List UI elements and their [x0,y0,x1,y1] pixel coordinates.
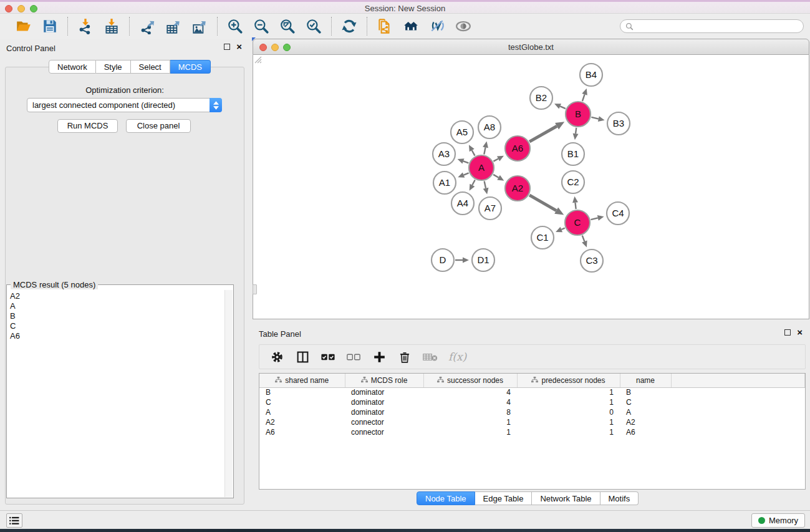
graph-edge[interactable] [576,128,576,133]
network-graph[interactable]: B4B2BB3A8A5A6A3B1AA1C2A2A4A7C4CC1C3DD1 [253,55,809,318]
open-file-icon [16,18,32,34]
network-window-title: testGlobe.txt [253,42,809,52]
float-panel-icon[interactable] [224,44,230,50]
export-network-button[interactable] [138,17,156,35]
zoom-fit-button[interactable] [279,17,296,35]
result-item[interactable]: B [9,311,223,321]
graph-edge-arrow [572,196,578,203]
graph-node-label: A6 [512,143,523,153]
splitter-grip[interactable] [253,284,257,294]
tab-network[interactable]: Network [49,60,96,74]
deselect-all-button[interactable] [346,349,361,364]
float-table-panel-icon[interactable] [784,329,791,336]
delete-icon [398,351,411,364]
graph-edge[interactable] [529,126,557,142]
network-window-titlebar[interactable]: testGlobe.txt [253,39,809,55]
show-columns-button[interactable] [295,349,310,364]
graph-edge[interactable] [485,181,486,188]
result-item[interactable]: C [9,321,223,331]
graph-edge[interactable] [591,218,597,220]
graph-edge[interactable] [472,150,475,156]
result-scrollbar[interactable] [224,290,233,497]
tab-motifs[interactable]: Motifs [600,491,639,505]
column-header-shared-name[interactable]: shared name [259,374,345,387]
result-item[interactable]: A2 [9,291,223,301]
delete-table-icon [423,352,438,362]
delete-button[interactable] [397,349,412,364]
graph-edge[interactable] [561,228,564,230]
graph-edge[interactable] [493,175,498,178]
hide-graphics-details-button[interactable] [428,17,446,35]
graph-edge[interactable] [484,147,485,154]
new-network-from-selection-button[interactable] [376,17,393,35]
graph-edge[interactable] [560,106,566,109]
home-icon [403,18,419,34]
table-tabs: Node TableEdge TableNetwork TableMotifs [417,491,639,505]
show-task-history-button[interactable] [6,513,22,528]
graph-edge[interactable] [464,173,469,175]
table-panel: Table Panel × [253,324,810,510]
control-panel: Control Panel × NetworkStyleSelectMCDS O… [0,39,249,510]
column-header-MCDS-role[interactable]: MCDS role [345,374,423,387]
graph-edge[interactable] [576,203,576,209]
memory-button[interactable]: Memory [751,513,805,528]
open-file-button[interactable] [15,17,32,35]
mcds-result-list[interactable]: A2ABCA6 [9,291,223,496]
table-row[interactable]: Cdominator41C [259,397,805,407]
tab-mcds[interactable]: MCDS [170,60,211,74]
graph-edge[interactable] [582,94,585,101]
column-header-successor-nodes[interactable]: successor nodes [423,374,517,387]
table-row[interactable]: A2connector11A2 [259,417,805,427]
run-mcds-button[interactable]: Run MCDS [57,119,118,133]
graph-edge-arrow [458,158,465,163]
import-table-button[interactable] [103,17,120,35]
export-network-icon [139,18,155,34]
save-session-button[interactable] [41,17,59,35]
tab-node-table[interactable]: Node Table [417,491,475,505]
graph-edge[interactable] [493,158,498,161]
graph-node-label: A2 [512,183,523,193]
eye-button[interactable] [455,17,472,35]
search-field[interactable] [620,19,804,33]
tab-style[interactable]: Style [96,60,131,74]
network-canvas[interactable]: B4B2BB3A8A5A6A3B1AA1C2A2A4A7C4CC1C3DD1 [253,55,809,319]
close-panel-icon[interactable]: × [236,44,242,50]
import-network-button[interactable] [77,17,94,35]
table-row[interactable]: Bdominator41B [259,387,805,397]
column-header-name[interactable]: name [620,374,671,387]
column-header-predecessor-nodes[interactable]: predecessor nodes [517,374,620,387]
graph-edge[interactable] [463,161,468,163]
zoom-selected-button[interactable] [305,17,322,35]
close-panel-button[interactable]: Close panel [126,119,191,133]
graph-edge[interactable] [591,117,598,119]
table-options-button[interactable] [269,349,284,364]
tab-select[interactable]: Select [131,60,170,74]
export-table-button[interactable] [165,17,182,35]
node-table[interactable]: shared nameMCDS rolesuccessor nodesprede… [259,373,806,490]
graph-edge[interactable] [582,236,585,242]
export-image-button[interactable] [191,17,208,35]
graph-edge-arrow [573,133,579,140]
refresh-button[interactable] [340,17,358,35]
graph-node-label: B1 [567,148,579,159]
table-row[interactable]: Adominator80A [259,407,805,417]
zoom-out-button[interactable] [253,17,270,35]
result-item[interactable]: A [9,301,223,311]
close-table-panel-icon[interactable]: × [797,329,803,336]
tab-edge-table[interactable]: Edge Table [475,491,533,505]
result-item[interactable]: A6 [9,331,223,341]
zoom-in-button[interactable] [226,17,244,35]
criterion-dropdown[interactable]: largest connected component (directed) [27,98,222,112]
graph-edge[interactable] [529,195,556,211]
function-builder-button[interactable]: f(x) [448,351,466,363]
zoom-fit-icon [279,18,296,34]
resize-grip-icon[interactable] [253,55,262,64]
home-button[interactable] [402,17,420,35]
graph-edge[interactable] [472,180,475,185]
table-row[interactable]: A6connector11A6 [259,427,805,437]
select-all-button[interactable] [321,349,335,364]
tab-network-table[interactable]: Network Table [532,491,600,505]
delete-table-button[interactable] [423,349,438,364]
create-column-button[interactable] [372,349,387,364]
search-input[interactable] [634,21,803,32]
